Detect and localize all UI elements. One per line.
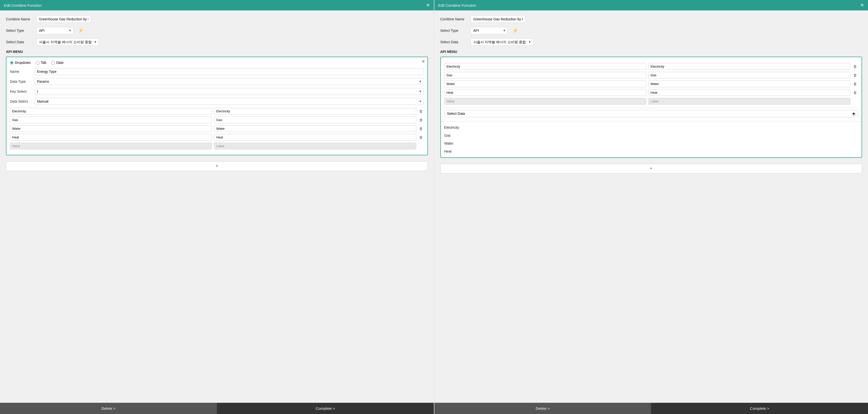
data-type-wrapper: Params ▼ — [35, 78, 424, 85]
right-complete-button[interactable]: Complete > — [651, 403, 868, 414]
right-select-type-select[interactable]: API — [471, 27, 508, 34]
label-placeholder: Label — [214, 142, 416, 149]
select-data-wrapper: 서울시 지역별 에너지 소비량 종합 ▼ — [36, 38, 99, 46]
combine-name-label: Combine Name — [6, 17, 33, 21]
right-close-button[interactable]: ✕ — [860, 3, 864, 7]
right-api-menu-inner: 🗑 🗑 🗑 🗑 — [441, 57, 862, 119]
right-row-0-label-input[interactable] — [648, 63, 850, 70]
list-item[interactable]: Electricity — [441, 124, 862, 131]
right-api-menu-title: API MENU — [440, 50, 862, 54]
right-lightning-icon[interactable]: ⚡ — [513, 28, 518, 33]
right-select-data-select[interactable]: 서울시 지역별 에너지 소비량 종합 — [471, 38, 533, 46]
name-input[interactable] — [35, 68, 424, 75]
data-select-select[interactable]: Manual — [35, 98, 424, 105]
right-row-0-delete-icon[interactable]: 🗑 — [852, 64, 858, 69]
row-2-label-input[interactable] — [214, 125, 416, 132]
right-combine-name-label: Combine Name — [440, 17, 468, 21]
left-panel-footer: Delete > Complete > — [0, 403, 434, 414]
table-row: 🗑 — [10, 134, 424, 141]
data-type-label: Data Type — [10, 79, 32, 84]
key-select-label: Key Select — [10, 90, 32, 93]
table-row: 🗑 — [444, 72, 858, 78]
right-select-data-dropdown-label: Select Data — [447, 112, 465, 116]
key-select-row: Key Select t ▼ — [10, 88, 424, 95]
right-row-2-label-input[interactable] — [648, 81, 850, 87]
select-data-select[interactable]: 서울시 지역별 에너지 소비량 종합 — [36, 38, 99, 46]
right-row-3-label-input[interactable] — [648, 89, 850, 96]
radio-dropdown[interactable]: Dropdown — [10, 61, 31, 65]
value-placeholder: Value — [10, 142, 212, 149]
select-data-row: Select Data 서울시 지역별 에너지 소비량 종합 ▼ — [6, 38, 428, 46]
list-item[interactable]: Gas — [441, 131, 862, 139]
select-type-row: Select Type API ▼ ⚡ — [6, 27, 428, 34]
data-select-wrapper: Manual ▼ — [35, 98, 424, 105]
right-panel-footer: Delete > Complete > — [434, 403, 868, 414]
table-row-placeholder: Value Label — [444, 98, 858, 105]
table-row: 🗑 — [444, 81, 858, 87]
right-row-2-value-input[interactable] — [444, 81, 646, 87]
radio-date[interactable]: Date — [51, 61, 64, 65]
row-0-label-input[interactable] — [214, 108, 416, 115]
name-label: Name — [10, 70, 32, 73]
right-add-button[interactable]: + — [440, 164, 862, 173]
radio-date-label: Date — [56, 61, 64, 65]
right-combine-name-input[interactable] — [471, 15, 525, 23]
right-row-1-value-input[interactable] — [444, 72, 646, 78]
list-item[interactable]: Heat — [441, 147, 862, 155]
right-delete-button[interactable]: Delete > — [434, 403, 651, 414]
left-close-button[interactable]: ✕ — [426, 3, 430, 7]
right-select-data-trigger[interactable]: Select Data ▼ — [444, 110, 858, 117]
right-select-type-wrapper: API ▼ — [471, 27, 508, 34]
table-row: 🗑 — [444, 89, 858, 96]
left-panel-title: Edit Combine Function — [4, 3, 42, 7]
right-row-3-value-input[interactable] — [444, 89, 646, 96]
right-panel: Edit Combine Function ✕ Combine Name Sel… — [434, 0, 868, 414]
right-dropdown-list: Electricity Gas Water Heat — [441, 121, 862, 157]
right-combine-name-row: Combine Name — [440, 15, 862, 23]
data-type-select[interactable]: Params — [35, 78, 424, 85]
lightning-icon[interactable]: ⚡ — [78, 28, 84, 33]
row-2-delete-icon[interactable]: 🗑 — [418, 126, 424, 131]
right-row-1-delete-icon[interactable]: 🗑 — [852, 72, 858, 78]
right-row-3-delete-icon[interactable]: 🗑 — [852, 90, 858, 95]
row-1-delete-icon[interactable]: 🗑 — [418, 117, 424, 123]
select-type-select[interactable]: API — [36, 27, 73, 34]
radio-tab-input[interactable] — [36, 61, 39, 65]
key-select-select[interactable]: t — [35, 88, 424, 95]
row-2-value-input[interactable] — [10, 125, 212, 132]
right-row-0-value-input[interactable] — [444, 63, 646, 70]
row-1-value-input[interactable] — [10, 117, 212, 123]
name-row: Name — [10, 68, 424, 75]
api-menu-close-button[interactable]: ✕ — [422, 59, 425, 64]
add-button[interactable]: + — [6, 161, 428, 171]
row-0-delete-icon[interactable]: 🗑 — [418, 108, 424, 114]
right-select-type-row: Select Type API ▼ ⚡ — [440, 27, 862, 34]
left-panel: Edit Combine Function ✕ Combine Name Sel… — [0, 0, 434, 414]
right-api-menu-box: 🗑 🗑 🗑 🗑 — [440, 57, 862, 158]
right-row-1-label-input[interactable] — [648, 72, 850, 78]
list-item[interactable]: Water — [441, 139, 862, 147]
row-3-value-input[interactable] — [10, 134, 212, 141]
radio-date-input[interactable] — [51, 61, 55, 65]
radio-tab-label: Tab — [41, 61, 46, 65]
combine-name-row: Combine Name — [6, 15, 428, 23]
data-select-row: Data Select Manual ▼ — [10, 98, 424, 105]
radio-dropdown-input[interactable] — [10, 61, 14, 65]
row-0-value-input[interactable] — [10, 108, 212, 115]
right-select-data-section: ⚙ Select Data ▼ — [444, 110, 858, 119]
api-menu-box: ✕ Dropdown Tab Date Name — [6, 57, 428, 155]
right-select-data-label: Select Data — [440, 40, 468, 44]
row-3-label-input[interactable] — [214, 134, 416, 141]
key-select-wrapper: t ▼ — [35, 88, 424, 95]
row-3-delete-icon[interactable]: 🗑 — [418, 135, 424, 140]
right-row-2-delete-icon[interactable]: 🗑 — [852, 81, 858, 87]
combine-name-input[interactable] — [36, 15, 91, 23]
right-panel-body: Combine Name Select Type API ▼ ⚡ Select … — [434, 10, 868, 403]
table-row-placeholder: Value Label — [10, 142, 424, 149]
table-row: 🗑 — [444, 63, 858, 70]
right-gear-icon[interactable]: ⚙ — [852, 112, 856, 117]
left-delete-button[interactable]: Delete > — [0, 403, 217, 414]
row-1-label-input[interactable] — [214, 117, 416, 123]
left-complete-button[interactable]: Complete > — [217, 403, 434, 414]
radio-tab[interactable]: Tab — [36, 61, 46, 65]
